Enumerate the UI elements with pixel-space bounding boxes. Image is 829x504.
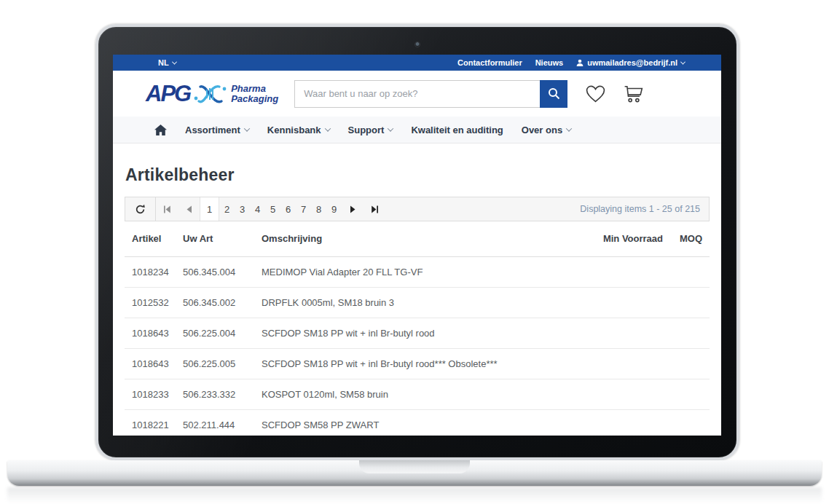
last-page-icon xyxy=(371,205,379,213)
laptop-base-notch xyxy=(359,460,470,473)
cell-omschrijving: KOSPOT 0120ml, SM58 bruin xyxy=(262,379,584,409)
laptop-mockup: NL Contactformulier Nieuws uwmailadres@b… xyxy=(0,0,829,504)
cell-uw-art: 506.345.004 xyxy=(183,256,262,287)
laptop-screen-frame: NL Contactformulier Nieuws uwmailadres@b… xyxy=(95,24,739,460)
first-page-button[interactable] xyxy=(156,197,178,221)
nav-label: Kennisbank xyxy=(267,125,321,135)
cart-button[interactable] xyxy=(624,84,644,103)
brand-wordmark: APG xyxy=(146,82,190,105)
page-content: Artikelbeheer xyxy=(113,165,721,436)
column-header-artikel[interactable]: Artikel xyxy=(125,221,183,256)
chevron-down-icon xyxy=(680,59,685,64)
cell-artikel: 1018221 xyxy=(125,409,183,436)
cell-omschrijving: MEDIMOP Vial Adapter 20 FLL TG-VF xyxy=(262,256,584,287)
prev-page-button[interactable] xyxy=(178,197,200,221)
cell-uw-art: 506.225.004 xyxy=(183,318,262,348)
search-button[interactable] xyxy=(540,80,567,108)
cell-omschrijving: SCFDOP SM18 PP wit + inl Br-butyl rood**… xyxy=(262,348,584,379)
wishlist-button[interactable] xyxy=(586,85,605,103)
cell-min-voorraad xyxy=(584,379,663,409)
cell-artikel: 1018643 xyxy=(125,318,183,348)
contact-form-link[interactable]: Contactformulier xyxy=(457,58,522,67)
cell-artikel: 1012532 xyxy=(125,287,183,318)
account-menu[interactable]: uwmailadres@bedrijf.nl xyxy=(576,58,685,67)
page-button-5[interactable]: 5 xyxy=(265,197,280,221)
page-button-2[interactable]: 2 xyxy=(219,197,235,221)
home-icon xyxy=(154,125,167,135)
top-utility-bar: NL Contactformulier Nieuws uwmailadres@b… xyxy=(113,55,721,71)
site-header: APG Pharma Packaging xyxy=(113,71,721,117)
chevron-down-icon xyxy=(324,125,330,131)
cell-moq xyxy=(663,379,710,409)
table-row[interactable]: 1018234 506.345.004 MEDIMOP Vial Adapter… xyxy=(125,256,710,287)
brand-tagline: Pharma Packaging xyxy=(231,84,278,103)
dna-helix-icon xyxy=(194,82,227,106)
next-page-button[interactable] xyxy=(342,197,364,221)
pager-status: Displaying items 1 - 25 of 215 xyxy=(580,204,709,214)
nav-label: Over ons xyxy=(522,125,562,135)
language-label: NL xyxy=(158,58,169,67)
page-button-7[interactable]: 7 xyxy=(296,197,311,221)
nav-kennisbank[interactable]: Kennisbank xyxy=(267,125,330,135)
browser-viewport: NL Contactformulier Nieuws uwmailadres@b… xyxy=(113,55,721,436)
heart-icon xyxy=(586,85,605,103)
main-navigation: Assortiment Kennisbank Support Kwaliteit… xyxy=(113,117,721,143)
page-button-6[interactable]: 6 xyxy=(280,197,296,221)
cell-moq xyxy=(663,348,710,379)
table-header-row: Artikel Uw Art Omschrijving Min Voorraad… xyxy=(125,221,710,256)
page-button-3[interactable]: 3 xyxy=(235,197,250,221)
table-row[interactable]: 1012532 506.345.002 DRPFLK 0005ml, SM18 … xyxy=(125,287,710,318)
cell-moq xyxy=(663,256,710,287)
nav-home[interactable] xyxy=(154,125,167,135)
cell-moq xyxy=(663,287,710,318)
column-header-uw-art[interactable]: Uw Art xyxy=(183,221,262,256)
prev-page-icon xyxy=(186,205,192,213)
brand-logo[interactable]: APG Pharma Packaging xyxy=(146,82,278,106)
nav-assortiment[interactable]: Assortiment xyxy=(185,125,249,135)
news-link[interactable]: Nieuws xyxy=(535,58,564,67)
search-input[interactable] xyxy=(294,80,540,108)
table-row[interactable]: 1018643 506.225.004 SCFDOP SM18 PP wit +… xyxy=(125,318,710,348)
chevron-down-icon xyxy=(172,59,177,64)
column-header-min-voorraad[interactable]: Min Voorraad xyxy=(584,221,663,256)
page-button-4[interactable]: 4 xyxy=(250,197,265,221)
laptop-reflection xyxy=(7,487,822,503)
nav-label: Kwaliteit en auditing xyxy=(411,125,503,135)
language-selector[interactable]: NL xyxy=(158,58,176,67)
table-row[interactable]: 1018643 506.225.005 SCFDOP SM18 PP wit +… xyxy=(125,348,710,379)
laptop-base xyxy=(7,460,822,486)
refresh-button[interactable] xyxy=(125,197,156,221)
page-button-9[interactable]: 9 xyxy=(326,197,342,221)
nav-label: Assortiment xyxy=(185,125,240,135)
search-box xyxy=(294,80,567,108)
page-button-1[interactable]: 1 xyxy=(200,197,219,221)
nav-support[interactable]: Support xyxy=(348,125,393,135)
chevron-down-icon xyxy=(244,125,250,131)
table-row[interactable]: 1018233 506.233.332 KOSPOT 0120ml, SM58 … xyxy=(125,379,710,409)
chevron-down-icon xyxy=(388,125,393,131)
cell-min-voorraad xyxy=(584,287,663,318)
cell-uw-art: 506.225.005 xyxy=(183,348,262,379)
cart-icon xyxy=(624,84,644,103)
page-title: Artikelbeheer xyxy=(125,165,710,185)
refresh-icon xyxy=(135,204,146,215)
table-row[interactable]: 1018221 502.211.444 SCFDOP SM58 PP ZWART xyxy=(125,409,710,436)
next-page-icon xyxy=(350,205,356,213)
nav-kwaliteit-en-auditing[interactable]: Kwaliteit en auditing xyxy=(411,125,503,135)
user-icon xyxy=(576,59,584,66)
cell-uw-art: 506.345.002 xyxy=(183,287,262,318)
column-header-omschrijving[interactable]: Omschrijving xyxy=(262,221,584,256)
search-icon xyxy=(548,87,560,100)
cell-uw-art: 502.211.444 xyxy=(183,409,262,436)
cell-moq xyxy=(663,318,710,348)
last-page-button[interactable] xyxy=(364,197,385,221)
cell-omschrijving: SCFDOP SM18 PP wit + inl Br-butyl rood xyxy=(262,318,584,348)
cell-moq xyxy=(663,409,710,436)
page-button-8[interactable]: 8 xyxy=(311,197,326,221)
column-header-moq[interactable]: MOQ xyxy=(663,221,710,256)
cell-artikel: 1018233 xyxy=(125,379,183,409)
cell-omschrijving: SCFDOP SM58 PP ZWART xyxy=(262,409,584,436)
webcam-icon xyxy=(414,42,420,47)
nav-over-ons[interactable]: Over ons xyxy=(522,125,571,135)
cell-omschrijving: DRPFLK 0005ml, SM18 bruin 3 xyxy=(262,287,584,318)
